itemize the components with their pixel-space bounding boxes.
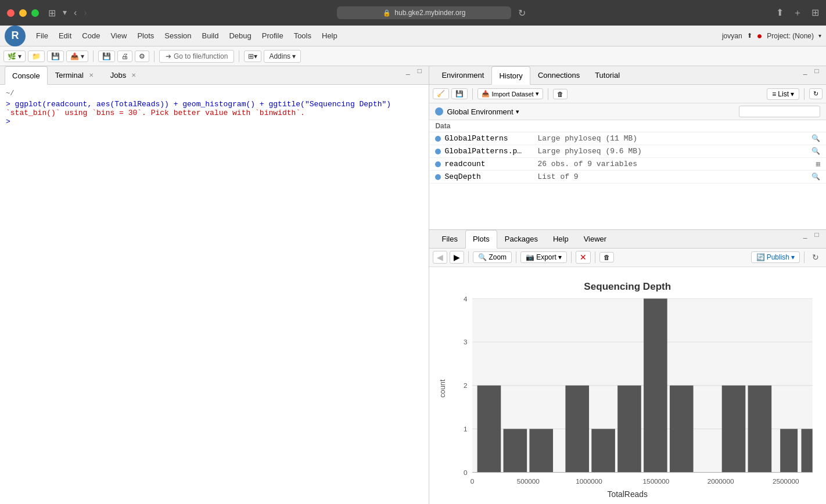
tab-viewer[interactable]: Viewer	[576, 230, 615, 248]
menu-view[interactable]: View	[106, 29, 131, 42]
global-env-dropdown-icon[interactable]: ▾	[516, 108, 519, 116]
tab-help[interactable]: Help	[545, 230, 576, 248]
clear-plots-button[interactable]: 🗑	[599, 252, 614, 262]
menu-session[interactable]: Session	[160, 29, 196, 42]
terminal-close-icon[interactable]: ✕	[87, 71, 95, 80]
menu-tools[interactable]: Tools	[289, 29, 316, 42]
save-icon: 💾	[51, 52, 60, 60]
menu-debug[interactable]: Debug	[224, 29, 256, 42]
tab-history[interactable]: History	[491, 66, 530, 85]
tab-tutorial[interactable]: Tutorial	[587, 66, 627, 84]
publish-toolbar-button[interactable]: 📤▾	[66, 51, 88, 62]
tab-connections[interactable]: Connections	[530, 66, 587, 84]
console-prompt[interactable]: >	[6, 117, 10, 126]
project-dropdown-icon[interactable]: ▾	[818, 33, 821, 39]
jobs-close-icon[interactable]: ✕	[130, 71, 138, 80]
minimize-env-button[interactable]: _	[800, 66, 810, 75]
save-button[interactable]: 💾	[47, 51, 64, 62]
zoom-label: Zoom	[489, 253, 507, 261]
export-icon: 📷	[526, 253, 534, 261]
new-tab-icon[interactable]: ＋	[793, 7, 802, 19]
save-all-button[interactable]: 💾	[98, 51, 115, 62]
traffic-lights	[7, 9, 39, 17]
import-dataset-button[interactable]: 📥 Import Dataset ▾	[477, 88, 543, 99]
data-row-global-patterns-p[interactable]: GlobalPatterns.p… Large phyloseq (9.6 MB…	[429, 145, 826, 158]
grid-view-button[interactable]: ⊞▾	[244, 51, 261, 62]
publish-icon: 🔄	[756, 253, 765, 261]
minimize-plots-button[interactable]: _	[800, 230, 810, 239]
plots-sep-4	[595, 251, 595, 263]
env-refresh-button[interactable]: ↻	[809, 88, 823, 99]
plot-forward-button[interactable]: ▶	[450, 251, 464, 264]
export-button[interactable]: 📷 Export ▾	[520, 251, 567, 263]
menu-profile[interactable]: Profile	[257, 29, 288, 42]
knit-button[interactable]: ⚙	[135, 51, 149, 62]
data-row-global-patterns[interactable]: GlobalPatterns Large phyloseq (11 MB) 🔍	[429, 132, 826, 145]
y-tick-0: 0	[464, 468, 468, 476]
data-table-icon-2[interactable]: ▦	[816, 160, 820, 168]
back-button[interactable]: ‹	[74, 8, 77, 19]
console-line-1: > ggplot(readcount, aes(TotalReads)) + g…	[6, 100, 423, 109]
data-dot-icon	[435, 136, 441, 142]
maximize-plots-button[interactable]: □	[812, 230, 821, 239]
project-label[interactable]: Project: (None)	[767, 32, 814, 40]
data-row-seqdepth[interactable]: SeqDepth List of 9 🔍	[429, 171, 826, 183]
sidebar-toggle-icon[interactable]: ⊞	[48, 8, 56, 19]
menu-file[interactable]: File	[31, 29, 53, 42]
data-search-icon-0[interactable]: 🔍	[811, 134, 820, 143]
broom-button[interactable]: 🧹	[433, 88, 449, 99]
external-link-icon[interactable]: ⬆	[747, 32, 752, 39]
remove-plot-button[interactable]: ✕	[576, 251, 591, 264]
tab-jobs[interactable]: Jobs ✕	[103, 66, 145, 84]
env-search-input[interactable]	[739, 106, 820, 117]
chevron-down-icon[interactable]: ▾	[63, 8, 67, 19]
data-search-icon-3[interactable]: 🔍	[811, 172, 820, 181]
global-env-row[interactable]: Global Environment ▾	[429, 103, 826, 120]
addins-button[interactable]: Addins ▾	[264, 50, 301, 63]
publish-button[interactable]: 🔄 Publish ▾	[751, 251, 800, 263]
tab-environment[interactable]: Environment	[434, 66, 491, 84]
console-content[interactable]: ~/ > ggplot(readcount, aes(TotalReads)) …	[0, 85, 429, 504]
list-view-button[interactable]: ≡ List ▾	[767, 88, 799, 100]
menu-edit[interactable]: Edit	[54, 29, 76, 42]
titlebar-nav-icons: ⊞ ▾ ‹ ›	[48, 8, 87, 19]
tab-plots[interactable]: Plots	[465, 230, 497, 249]
data-search-icon-1[interactable]: 🔍	[811, 147, 820, 156]
minimize-window-button[interactable]	[19, 9, 27, 17]
import-dropdown-icon: ▾	[536, 90, 539, 98]
tab-files[interactable]: Files	[434, 230, 465, 248]
data-row-readcount[interactable]: readcount 26 obs. of 9 variables ▦	[429, 158, 826, 171]
goto-file-button[interactable]: ➜ Go to file/function	[159, 50, 234, 63]
minimize-console-button[interactable]: _	[403, 66, 412, 75]
menu-right: jovyan ⬆ ● Project: (None) ▾	[722, 31, 821, 41]
data-name-seqdepth: SeqDepth	[444, 172, 537, 181]
plot-back-button[interactable]: ◀	[433, 251, 447, 264]
data-dot-icon	[435, 161, 441, 167]
zoom-icon: 🔍	[478, 253, 487, 261]
maximize-console-button[interactable]: □	[415, 66, 424, 75]
grid-icon[interactable]: ⊞	[811, 7, 819, 19]
open-file-button[interactable]: 📁	[28, 51, 45, 62]
url-bar[interactable]: 🔒 hub.gke2.mybinder.org	[337, 6, 511, 19]
save-env-button[interactable]: 💾	[451, 88, 468, 99]
menu-code[interactable]: Code	[77, 29, 105, 42]
plot-container: Sequencing Depth count 0 1	[429, 267, 826, 504]
menu-plots[interactable]: Plots	[132, 29, 159, 42]
menu-help[interactable]: Help	[317, 29, 342, 42]
maximize-env-button[interactable]: □	[812, 66, 821, 75]
tab-terminal[interactable]: Terminal ✕	[48, 66, 103, 84]
refresh-icon[interactable]: ↻	[518, 8, 526, 19]
zoom-button[interactable]: 🔍 Zoom	[473, 251, 512, 263]
titlebar-right-icons: ⬆ ＋ ⊞	[776, 7, 819, 19]
clear-history-button[interactable]: 🗑	[553, 89, 568, 99]
plots-panel-controls: _ □	[800, 230, 821, 248]
share-icon[interactable]: ⬆	[776, 7, 784, 19]
tab-packages[interactable]: Packages	[497, 230, 545, 248]
close-window-button[interactable]	[7, 9, 15, 17]
plots-refresh-button[interactable]: ↻	[809, 251, 823, 263]
new-file-button[interactable]: 🌿▾	[3, 51, 26, 62]
tab-console[interactable]: Console	[5, 66, 48, 85]
print-button[interactable]: 🖨	[117, 51, 132, 62]
maximize-window-button[interactable]	[31, 9, 39, 17]
menu-build[interactable]: Build	[197, 29, 224, 42]
